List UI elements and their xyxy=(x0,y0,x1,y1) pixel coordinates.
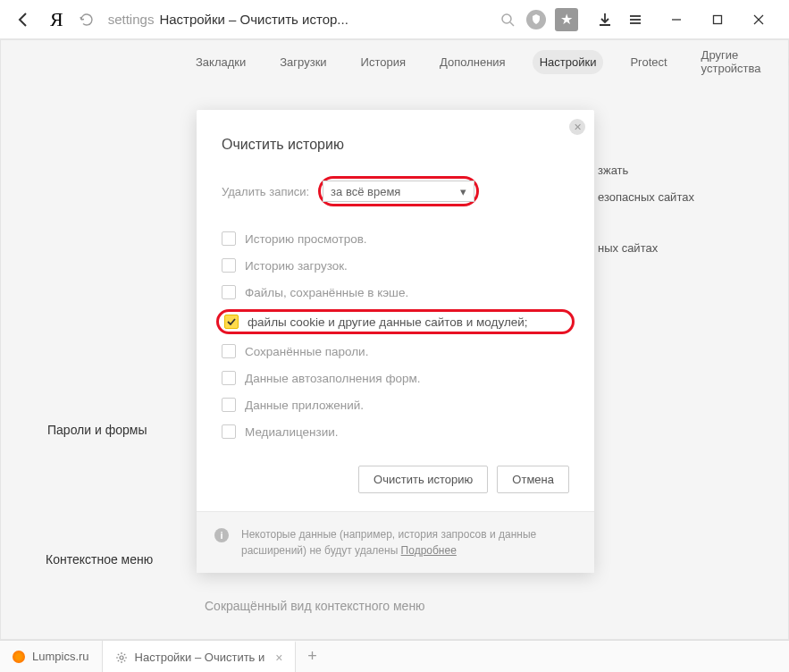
modal-close-button[interactable]: ✕ xyxy=(569,119,585,135)
tab-devices[interactable]: Другие устройства xyxy=(694,43,768,80)
maximize-button[interactable] xyxy=(703,5,732,34)
tab-settings[interactable]: Настройки xyxy=(533,50,604,74)
browser-chrome: Я settings Настройки – Очистить истор...… xyxy=(0,0,789,39)
cookies-highlight-annotation: файлы cookie и другие данные сайтов и мо… xyxy=(216,309,575,334)
info-text: Некоторые данные (например, история запр… xyxy=(241,526,576,559)
clear-option-row: Файлы, сохранённые в кэше. xyxy=(222,285,569,299)
gear-icon xyxy=(115,651,128,664)
checkbox[interactable] xyxy=(222,424,236,439)
browser-tab-bar: Lumpics.ru Настройки – Очистить и × + xyxy=(0,640,789,672)
clear-history-modal: ✕ Очистить историю Удалить записи: за вс… xyxy=(197,110,594,573)
favicon-icon xyxy=(13,651,25,663)
tab-history[interactable]: История xyxy=(354,50,413,74)
bg-text-fragment: ных сайтах xyxy=(598,241,658,255)
checkbox[interactable] xyxy=(222,231,236,246)
section-context-menu: Контекстное меню xyxy=(46,552,153,567)
clear-option-row: файлы cookie и другие данные сайтов и мо… xyxy=(224,315,567,329)
time-highlight-annotation: за всё время ▾ xyxy=(318,176,479,206)
svg-line-1 xyxy=(510,22,514,26)
reload-icon[interactable] xyxy=(74,7,99,32)
tab-label: Lumpics.ru xyxy=(32,650,89,663)
cancel-button[interactable]: Отмена xyxy=(497,466,569,493)
shield-icon[interactable] xyxy=(526,10,546,29)
option-label: Историю загрузок. xyxy=(245,259,348,273)
checkbox[interactable] xyxy=(222,398,236,412)
clear-option-row: Медиалицензии. xyxy=(222,424,569,439)
address-bar[interactable]: settings Настройки – Очистить истор... xyxy=(105,12,483,27)
checkbox[interactable] xyxy=(222,285,236,299)
checkbox[interactable] xyxy=(222,371,236,385)
option-label: файлы cookie и другие данные сайтов и мо… xyxy=(248,315,528,329)
bg-text-fragment: езопасных сайтах xyxy=(598,190,694,204)
bg-text-fragment: зжать xyxy=(598,164,628,177)
option-label: Файлы, сохранённые в кэше. xyxy=(245,286,408,299)
time-range-label: Удалить записи: xyxy=(222,185,309,198)
clear-history-button[interactable]: Очистить историю xyxy=(358,466,488,493)
info-learn-more-link[interactable]: Подробнее xyxy=(401,544,457,557)
svg-point-0 xyxy=(502,14,511,23)
time-range-value: за всё время xyxy=(331,185,400,198)
info-icon: i xyxy=(214,528,229,542)
modal-info-footer: i Некоторые данные (например, история за… xyxy=(197,511,594,573)
clear-option-row: Данные автозаполнения форм. xyxy=(222,371,569,385)
yandex-logo[interactable]: Я xyxy=(45,8,69,31)
clear-option-row: Историю просмотров. xyxy=(222,231,569,246)
browser-tab-settings[interactable]: Настройки – Очистить и × xyxy=(103,641,297,672)
checkbox[interactable] xyxy=(222,344,236,358)
checkbox[interactable] xyxy=(224,315,239,329)
option-label: Данные приложений. xyxy=(245,399,364,412)
chevron-down-icon: ▾ xyxy=(460,185,466,198)
bookmark-star-icon[interactable]: ★ xyxy=(555,8,578,31)
tab-label: Настройки – Очистить и xyxy=(135,651,265,664)
modal-title: Очистить историю xyxy=(222,137,569,153)
option-label: Данные автозаполнения форм. xyxy=(245,372,421,385)
address-title: Настройки – Очистить истор... xyxy=(159,12,348,27)
clear-option-row: Данные приложений. xyxy=(222,398,569,412)
downloads-icon[interactable] xyxy=(592,7,617,32)
checkbox[interactable] xyxy=(222,258,236,273)
back-button[interactable] xyxy=(7,4,39,36)
close-tab-icon[interactable]: × xyxy=(275,651,282,665)
browser-tab-lumpics[interactable]: Lumpics.ru xyxy=(0,641,103,672)
tab-protect[interactable]: Protect xyxy=(623,50,674,74)
address-scheme: settings xyxy=(108,12,155,27)
info-text-content: Некоторые данные (например, история запр… xyxy=(241,528,536,557)
search-icon[interactable] xyxy=(498,10,517,29)
minimize-button[interactable] xyxy=(662,5,691,34)
option-label: Медиалицензии. xyxy=(245,425,339,439)
settings-tabs: Закладки Загрузки История Дополнения Нас… xyxy=(1,40,788,83)
menu-icon[interactable] xyxy=(623,7,648,32)
option-label: Историю просмотров. xyxy=(245,232,367,246)
svg-point-9 xyxy=(120,656,123,659)
svg-rect-6 xyxy=(714,15,722,23)
section-passwords: Пароли и формы xyxy=(47,423,147,437)
clear-option-row: Сохранённые пароли. xyxy=(222,344,569,358)
close-window-button[interactable] xyxy=(744,5,773,34)
address-icons: ★ xyxy=(489,8,587,31)
time-range-select[interactable]: за всё время ▾ xyxy=(323,181,474,202)
tab-bookmarks[interactable]: Закладки xyxy=(189,50,253,74)
window-controls xyxy=(653,5,782,34)
tab-addons[interactable]: Дополнения xyxy=(432,50,513,74)
option-label: Сохранённые пароли. xyxy=(245,345,368,358)
new-tab-button[interactable]: + xyxy=(296,641,328,672)
clear-option-row: Историю загрузок. xyxy=(222,258,569,273)
tab-downloads[interactable]: Загрузки xyxy=(273,50,333,74)
context-shortened-option: Сокращённый вид контекстного меню xyxy=(205,599,425,613)
